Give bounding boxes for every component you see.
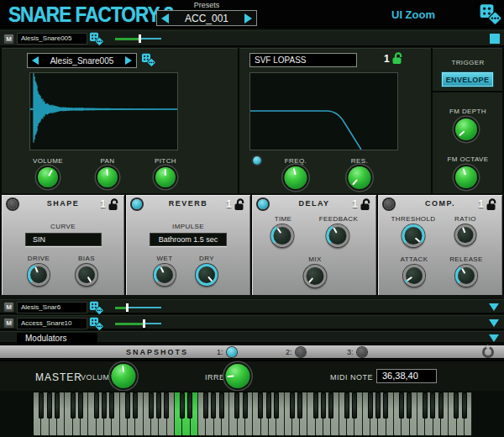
expand-row-icon[interactable]	[489, 303, 499, 311]
piano-black-key[interactable]	[211, 392, 216, 419]
mute-button[interactable]: M	[3, 318, 14, 329]
curve-value-box[interactable]: SIN	[25, 233, 102, 246]
piano-black-key[interactable]	[180, 392, 185, 419]
piano-black-key[interactable]	[407, 392, 412, 419]
piano-black-key[interactable]	[352, 392, 357, 419]
piano-black-key[interactable]	[55, 392, 60, 419]
mix-knob[interactable]	[304, 265, 327, 287]
randomize-dice-icon[interactable]	[89, 301, 103, 314]
piano-black-key[interactable]	[266, 392, 271, 419]
slider-handle[interactable]	[126, 303, 129, 312]
piano-black-key[interactable]	[368, 392, 373, 419]
pan-knob[interactable]	[97, 167, 118, 187]
mute-button[interactable]: M	[3, 302, 14, 313]
randomize-dice-icon[interactable]	[89, 32, 103, 45]
piano-black-key[interactable]	[234, 392, 239, 419]
piano-black-key[interactable]	[102, 392, 107, 419]
sample-name-field[interactable]: Alesis_Snare005	[17, 33, 87, 45]
time-knob[interactable]	[271, 224, 294, 247]
piano-black-key[interactable]	[383, 392, 388, 419]
piano-black-key[interactable]	[149, 392, 154, 419]
snapshot-2[interactable]: 2:	[286, 347, 306, 357]
piano-black-key[interactable]	[109, 392, 114, 419]
release-knob[interactable]	[455, 265, 477, 287]
sample-prev-icon[interactable]	[32, 56, 39, 65]
piano-black-key[interactable]	[219, 392, 224, 419]
bias-knob[interactable]	[76, 264, 97, 286]
irre-knob[interactable]	[226, 364, 250, 388]
piano-black-key[interactable]	[164, 392, 169, 419]
piano-black-key[interactable]	[133, 392, 138, 419]
sample-next-icon[interactable]	[125, 56, 132, 65]
threshold-knob[interactable]	[402, 224, 425, 247]
sample-name-field[interactable]: Access_Snare10	[17, 318, 87, 329]
piano-black-key[interactable]	[187, 392, 192, 419]
piano-black-key[interactable]	[375, 392, 381, 419]
snapshot-3[interactable]: 3:	[347, 347, 367, 357]
preset-prev-icon[interactable]	[161, 13, 169, 24]
slider-handle[interactable]	[143, 319, 145, 328]
keyboard[interactable]	[34, 392, 472, 435]
randomize-dice-icon[interactable]	[479, 3, 501, 24]
piano-black-key[interactable]	[321, 392, 326, 419]
sample-dropdown-value[interactable]: Alesis_Snare005	[39, 56, 125, 66]
piano-black-key[interactable]	[297, 392, 302, 419]
snapshot-1[interactable]: 1:	[217, 347, 237, 357]
expand-modulators-icon[interactable]	[489, 334, 499, 342]
lock-icon[interactable]	[360, 198, 371, 210]
attack-knob[interactable]	[403, 265, 425, 287]
mute-button[interactable]: M	[3, 34, 14, 45]
unlock-icon[interactable]	[392, 52, 403, 64]
piano-black-key[interactable]	[243, 392, 248, 419]
lock-icon[interactable]	[234, 198, 245, 210]
res-knob[interactable]	[349, 166, 371, 189]
lock-icon[interactable]	[486, 198, 497, 210]
piano-black-key[interactable]	[328, 392, 333, 419]
filter-type-value[interactable]: SVF LOPASS	[255, 55, 352, 65]
piano-black-key[interactable]	[290, 392, 295, 419]
snapshot-3-button[interactable]	[357, 347, 367, 357]
master-volume-knob[interactable]	[112, 364, 136, 388]
piano-black-key[interactable]	[125, 392, 130, 419]
filter-enable-led[interactable]	[253, 156, 261, 165]
dry-knob[interactable]	[196, 264, 218, 286]
piano-black-key[interactable]	[71, 392, 76, 419]
piano-black-key[interactable]	[462, 392, 467, 419]
drive-knob[interactable]	[28, 264, 50, 286]
ratio-knob[interactable]	[455, 224, 476, 245]
randomize-dice-icon[interactable]	[141, 53, 155, 66]
sample-name-field[interactable]: Alesis_Snar6	[17, 302, 87, 313]
level-slider[interactable]	[115, 303, 161, 312]
piano-black-key[interactable]	[39, 392, 44, 419]
piano-black-key[interactable]	[203, 392, 208, 419]
ui-zoom-button[interactable]: UI Zoom	[391, 8, 435, 21]
select-square-button[interactable]	[490, 34, 500, 44]
snapshot-refresh-icon[interactable]	[482, 346, 494, 358]
feedback-knob[interactable]	[327, 224, 349, 247]
piano-black-key[interactable]	[274, 392, 279, 419]
fm-depth-knob[interactable]	[455, 118, 477, 140]
piano-black-key[interactable]	[438, 392, 444, 419]
envelope-mode-button[interactable]: ENVELOPE	[442, 72, 493, 87]
piano-black-key[interactable]	[258, 392, 263, 419]
slider-handle[interactable]	[139, 34, 141, 43]
piano-black-key[interactable]	[94, 392, 99, 419]
snapshot-1-button[interactable]	[227, 347, 237, 357]
preset-selector[interactable]: ACC_001	[156, 10, 257, 26]
volume-knob[interactable]	[38, 167, 58, 187]
piano-black-key[interactable]	[430, 392, 435, 419]
piano-black-key[interactable]	[313, 392, 318, 419]
preset-next-icon[interactable]	[244, 13, 252, 24]
fm-octave-knob[interactable]	[455, 166, 477, 188]
filter-type-dropdown[interactable]: SVF LOPASS	[249, 53, 357, 67]
piano-black-key[interactable]	[454, 392, 459, 419]
preset-value[interactable]: ACC_001	[169, 13, 244, 24]
piano-black-key[interactable]	[344, 392, 349, 419]
impulse-value-box[interactable]: Bathroom 1.5 sec	[150, 233, 227, 246]
piano-black-key[interactable]	[399, 392, 404, 419]
expand-row-icon[interactable]	[489, 319, 499, 327]
piano-black-key[interactable]	[156, 392, 161, 419]
pitch-knob[interactable]	[155, 167, 176, 187]
piano-black-key[interactable]	[423, 392, 428, 419]
snapshot-2-button[interactable]	[296, 347, 306, 357]
